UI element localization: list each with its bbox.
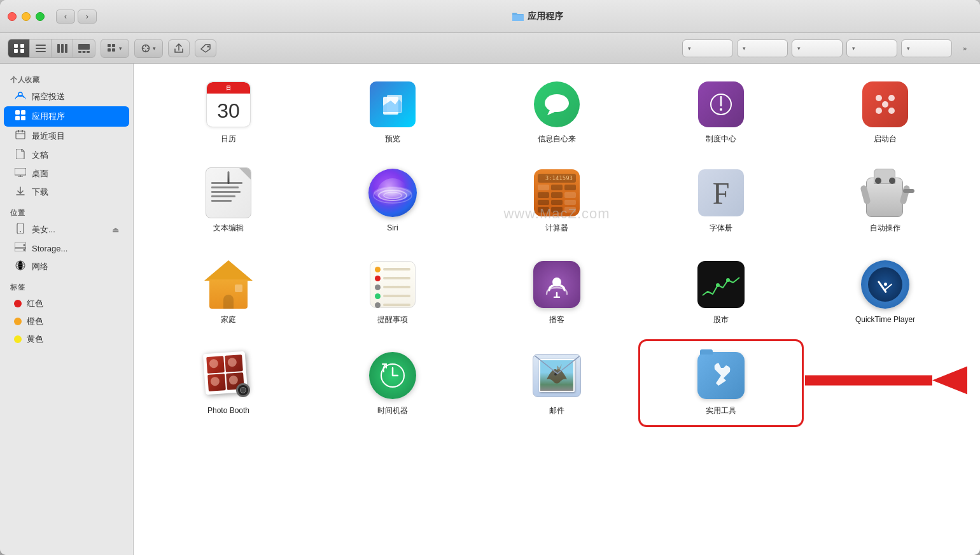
svg-rect-14 [108, 44, 111, 47]
svg-point-52 [720, 108, 722, 111]
top-row: 日 30 日历 预览 [149, 74, 965, 150]
arrow-tail [805, 376, 932, 386]
app-item-automator[interactable]: 自动操作 [806, 160, 965, 241]
app-item-messages[interactable]: 信息自心来 [477, 74, 636, 150]
svg-point-38 [20, 231, 21, 232]
applications-icon [14, 109, 27, 123]
svg-rect-16 [108, 48, 111, 52]
maximize-button[interactable] [36, 12, 45, 21]
calc-key [538, 185, 549, 190]
group-button[interactable]: ▾ [101, 39, 129, 58]
sidebar-item-yellow-tag[interactable]: 黄色 [4, 330, 129, 348]
tag-button[interactable] [195, 39, 216, 57]
filter-dropdown-4[interactable]: ▾ [846, 39, 897, 57]
calc-key [564, 200, 576, 206]
filter-dropdown-3[interactable]: ▾ [792, 39, 843, 57]
sidebar-item-network-label: 网络 [32, 261, 48, 272]
home-label: 家庭 [221, 315, 236, 325]
app-item-timemachine[interactable]: 时间机器 [313, 342, 472, 424]
sidebar-section-tags: 标签 [0, 276, 133, 295]
line4 [211, 195, 235, 197]
share-button[interactable] [168, 39, 190, 57]
notification-label: 制度中心 [706, 134, 736, 144]
calc-key [551, 207, 563, 213]
network-icon [14, 260, 27, 273]
stocks-label: 股市 [713, 315, 729, 325]
filter-dropdown-5[interactable]: ▾ [901, 39, 952, 57]
filter-dropdown-1[interactable]: ▾ [682, 39, 733, 57]
app-item-mail[interactable]: 邮件 [477, 342, 636, 424]
sidebar-item-yellow-label: 黄色 [27, 334, 43, 345]
app-item-stocks[interactable]: 股市 [641, 251, 801, 333]
sidebar-item-documents[interactable]: 文稿 [4, 146, 129, 165]
calculator-label: 计算器 [545, 223, 568, 234]
app-item-siri[interactable]: Siri [313, 160, 472, 241]
reminder-dot-3 [375, 285, 381, 290]
sidebar-item-network[interactable]: 网络 [4, 257, 129, 276]
sidebar-item-airdrop-label: 隔空投送 [32, 91, 65, 102]
quicktime-icon [861, 260, 909, 309]
filter-dropdown-2[interactable]: ▾ [737, 39, 788, 57]
app-item-fontbook[interactable]: F 字体册 [641, 160, 801, 241]
app-item-podcasts[interactable]: 播客 [477, 251, 636, 333]
app-item-launchpad[interactable]: 启动台 [806, 74, 965, 150]
group-button-main[interactable]: ▾ [101, 39, 129, 57]
action-button-main[interactable]: ▾ [135, 39, 162, 57]
calculator-icon-wrapper: 3:141593 [531, 167, 582, 218]
eject-icon[interactable]: ⏏ [112, 225, 119, 234]
reminder-line-3 [383, 286, 410, 288]
home-icon-wrapper [203, 259, 254, 310]
calendar-label: 日历 [221, 134, 236, 144]
sidebar-item-recent[interactable]: 最近项目 [4, 127, 129, 146]
sidebar-item-applications[interactable]: 应用程序 [4, 106, 129, 127]
sidebar-item-storage-label: Storage... [32, 244, 67, 253]
sidebar-item-downloads[interactable]: 下载 [4, 183, 129, 202]
app-item-quicktime[interactable]: QuickTime Player [806, 251, 965, 333]
gallery-view-button[interactable] [73, 39, 95, 57]
svg-rect-4 [36, 45, 46, 46]
content-area: 个人收藏 隔空投送 应用程序 最近项目 [0, 64, 980, 555]
sidebar-item-beauty[interactable]: 美女... ⏏ [4, 220, 129, 239]
sidebar-item-orange-tag[interactable]: 橙色 [4, 313, 129, 330]
app-item-reminders[interactable]: 提醒事项 [313, 251, 472, 333]
sidebar-item-desktop[interactable]: 桌面 [4, 165, 129, 183]
app-item-calculator[interactable]: 3:141593 [477, 160, 636, 241]
app-item-photobooth[interactable]: Photo Booth [149, 342, 308, 424]
svg-point-59 [384, 192, 402, 199]
app-item-calendar[interactable]: 日 30 日历 [149, 74, 308, 150]
filter-dropdown-5-arrow: ▾ [907, 45, 910, 52]
app-item-utilities[interactable]: 实用工具 [641, 342, 801, 424]
minimize-button[interactable] [22, 12, 31, 21]
app-item-preview[interactable]: 预览 [313, 74, 472, 150]
app-item-home[interactable]: 家庭 [149, 251, 308, 333]
robot-eye-left [875, 178, 881, 184]
forward-button[interactable]: › [78, 10, 97, 24]
column-view-button[interactable] [52, 39, 73, 57]
svg-rect-9 [65, 44, 67, 53]
mail-icon [533, 354, 581, 397]
timemachine-label: 时间机器 [377, 406, 408, 416]
quicktime-inner [868, 267, 902, 302]
calc-key [564, 185, 576, 190]
action-button[interactable]: ▾ [134, 39, 163, 58]
list-view-button[interactable] [30, 39, 52, 57]
pb-face-1 [209, 359, 218, 369]
back-button[interactable]: ‹ [56, 10, 75, 24]
app-item-notification[interactable]: 制度中心 [641, 74, 801, 150]
quicktime-icon-wrapper [860, 259, 911, 310]
desktop-icon [14, 168, 27, 179]
sidebar-item-storage[interactable]: Storage... [4, 239, 129, 257]
close-button[interactable] [8, 12, 17, 21]
utilities-wrench-svg [708, 363, 734, 388]
reminder-row-2 [375, 276, 410, 281]
icon-view-button[interactable] [8, 39, 30, 57]
toolbar-expand-button[interactable]: » [957, 39, 972, 57]
sidebar-item-airdrop[interactable]: 隔空投送 [4, 87, 129, 106]
sidebar-item-red-tag[interactable]: 红色 [4, 295, 129, 313]
timemachine-icon-wrapper [367, 350, 418, 401]
timemachine-icon [369, 352, 416, 399]
photobooth-label: Photo Booth [207, 406, 249, 416]
app-item-textedit[interactable]: 文本编辑 [149, 160, 308, 241]
podcasts-icon-wrapper [531, 259, 582, 310]
reminder-row-4 [375, 293, 410, 299]
